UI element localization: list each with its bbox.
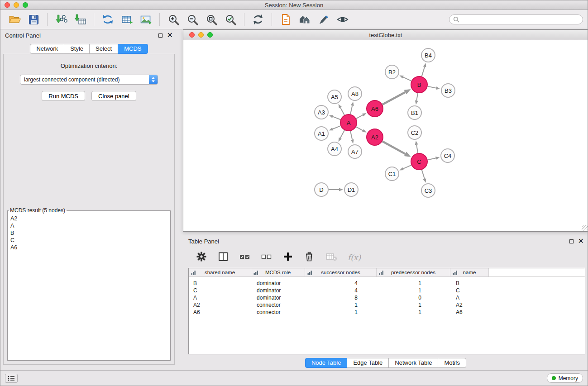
optimization-dropdown[interactable]: largest connected component (directed) <box>20 75 158 85</box>
network-zoom-button[interactable] <box>207 32 213 38</box>
graph-node-D[interactable]: D <box>314 182 329 197</box>
graph-node-A6[interactable]: A6 <box>366 100 383 117</box>
import-network-button[interactable] <box>52 11 71 28</box>
task-history-button[interactable] <box>5 374 18 383</box>
graph-edge-A-A1[interactable] <box>333 126 340 129</box>
table-row[interactable]: A2connector11A2 <box>189 301 585 309</box>
open-file-button[interactable] <box>5 11 24 28</box>
graph-node-A5[interactable]: A5 <box>327 90 342 104</box>
export-image-button[interactable] <box>136 11 155 28</box>
minimize-window-button[interactable] <box>14 2 19 8</box>
graph-node-C4[interactable]: C4 <box>440 148 455 163</box>
graph-edge-A-A2[interactable] <box>356 127 363 130</box>
graph-edge-B-B1[interactable] <box>416 93 418 101</box>
tab-motifs[interactable]: Motifs <box>438 358 466 368</box>
graph-node-A[interactable]: A <box>340 114 357 131</box>
graph-node-C[interactable]: C <box>411 153 428 170</box>
graph-edge-A-A5[interactable] <box>340 108 344 115</box>
graph-edge-A-A6[interactable] <box>356 115 363 119</box>
graph-node-A7[interactable]: A7 <box>348 144 362 159</box>
graph-node-B2[interactable]: B2 <box>385 65 399 79</box>
close-panel-icon[interactable]: ✕ <box>167 33 173 38</box>
select-all-button[interactable] <box>239 251 251 264</box>
close-table-panel-icon[interactable]: ✕ <box>578 238 584 244</box>
add-row-button[interactable] <box>282 251 293 264</box>
export-table-button[interactable] <box>117 11 136 28</box>
delete-row-button[interactable] <box>303 251 315 264</box>
graph-edge-A-A4[interactable] <box>340 130 344 138</box>
tab-mcds[interactable]: MCDS <box>118 44 148 54</box>
column-manager-button[interactable] <box>217 251 229 264</box>
graph-node-A8[interactable]: A8 <box>348 86 362 101</box>
tab-edge-table[interactable]: Edge Table <box>347 358 389 368</box>
graph-edge-A6-B[interactable] <box>382 92 406 105</box>
result-item[interactable]: C <box>10 237 167 244</box>
graph-node-A3[interactable]: A3 <box>314 105 329 119</box>
graph-node-B[interactable]: B <box>411 76 428 93</box>
graph-edge-C-C1[interactable] <box>403 165 411 169</box>
network-minimize-button[interactable] <box>198 32 204 38</box>
graph-edge-A2-C[interactable] <box>382 141 406 154</box>
tab-select[interactable]: Select <box>89 44 118 54</box>
network-collection-button[interactable] <box>98 11 117 28</box>
float-panel-icon[interactable] <box>158 33 163 38</box>
result-item[interactable]: B <box>10 229 167 237</box>
graph-node-A1[interactable]: A1 <box>314 126 329 141</box>
graph-node-C3[interactable]: C3 <box>421 183 435 198</box>
home-layout-button[interactable] <box>295 11 314 28</box>
column-header-name[interactable]: name <box>450 268 489 276</box>
refresh-view-button[interactable] <box>249 11 268 28</box>
graph-edge-A-A3[interactable] <box>333 117 340 120</box>
apply-style-button[interactable] <box>314 11 333 28</box>
table-row[interactable]: Cdominator41C <box>189 287 585 294</box>
zoom-window-button[interactable] <box>23 2 28 8</box>
import-table-button[interactable] <box>71 11 90 28</box>
float-table-panel-icon[interactable] <box>569 239 574 243</box>
graph-edge-C-C3[interactable] <box>422 170 425 179</box>
zoom-fit-button[interactable] <box>202 11 221 28</box>
zoom-selected-button[interactable] <box>221 11 240 28</box>
result-item[interactable]: A2 <box>10 215 167 222</box>
column-header-predecessor-nodes[interactable]: predecessor nodes <box>377 268 450 276</box>
zoom-out-button[interactable] <box>183 11 202 28</box>
network-close-button[interactable] <box>189 32 195 38</box>
close-window-button[interactable] <box>5 2 10 8</box>
graph-node-C2[interactable]: C2 <box>407 125 422 140</box>
graph-node-A4[interactable]: A4 <box>327 142 342 156</box>
run-mcds-button[interactable]: Run MCDS <box>42 91 85 101</box>
close-panel-button[interactable]: Close panel <box>91 91 136 101</box>
zoom-in-button[interactable] <box>164 11 183 28</box>
graph-node-B1[interactable]: B1 <box>407 105 422 120</box>
show-graphics-details-button[interactable] <box>333 11 352 28</box>
tab-node-table[interactable]: Node Table <box>305 358 348 368</box>
tab-style[interactable]: Style <box>64 44 90 54</box>
tab-network[interactable]: Network <box>30 44 64 54</box>
graph-node-B3[interactable]: B3 <box>441 83 455 98</box>
memory-button[interactable]: Memory <box>547 373 583 383</box>
save-session-button[interactable] <box>24 11 43 28</box>
table-settings-gear-button[interactable] <box>196 251 207 264</box>
graph-node-C1[interactable]: C1 <box>385 167 399 181</box>
open-session-file-button[interactable] <box>276 11 295 28</box>
graph-edge-B-B2[interactable] <box>403 77 411 81</box>
deselect-all-button[interactable] <box>261 251 272 264</box>
column-header-shared-name[interactable]: shared name <box>189 268 251 276</box>
result-item[interactable]: A <box>10 222 167 229</box>
column-header-successor-nodes[interactable]: successor nodes <box>305 268 377 276</box>
graph-edge-C-C4[interactable] <box>428 158 436 160</box>
graph-edge-B-B3[interactable] <box>428 86 436 88</box>
tab-network-table[interactable]: Network Table <box>388 358 438 368</box>
column-header-mcds-role[interactable]: MCDS role <box>251 268 305 276</box>
graph-node-D1[interactable]: D1 <box>344 182 359 197</box>
network-canvas[interactable]: B4B2BB3A8A5A6A3B1AC2A1A2A4A7C4CC1DD1C3 <box>183 40 588 231</box>
window-resize-handle[interactable] <box>582 225 588 231</box>
search-input[interactable] <box>462 16 579 23</box>
graph-edge-B-B4[interactable] <box>422 67 425 76</box>
table-row[interactable]: Bdominator41B <box>189 280 585 287</box>
table-row[interactable]: Adominator80A <box>189 294 585 301</box>
graph-node-B4[interactable]: B4 <box>421 48 435 62</box>
graph-node-A2[interactable]: A2 <box>366 129 383 146</box>
graph-edge-A-A7[interactable] <box>350 131 352 140</box>
graph-edge-A-A8[interactable] <box>350 105 352 114</box>
network-window-titlebar[interactable]: testGlobe.txt <box>183 30 588 40</box>
